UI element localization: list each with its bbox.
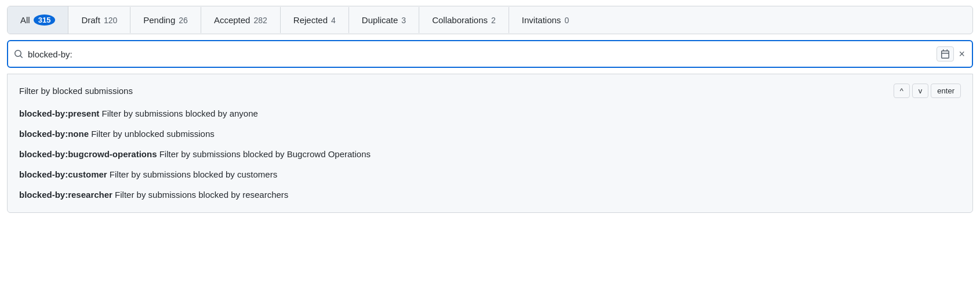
tab-invitations-count: 0 — [564, 16, 569, 25]
search-box: × — [7, 40, 973, 68]
tab-accepted-count: 282 — [253, 16, 267, 25]
tab-accepted-label: Accepted — [214, 15, 251, 25]
calendar-button[interactable] — [937, 46, 954, 61]
dropdown-item-description: Filter by unblocked submissions — [89, 129, 215, 139]
tab-draft[interactable]: Draft120 — [68, 7, 130, 33]
tab-collaborations[interactable]: Collaborations2 — [419, 7, 509, 33]
tab-accepted[interactable]: Accepted282 — [201, 7, 281, 33]
dropdown-nav-buttons: ^ v enter — [894, 84, 961, 98]
tab-pending-count: 26 — [179, 16, 188, 25]
dropdown-item[interactable]: blocked-by:none Filter by unblocked subm… — [19, 128, 961, 140]
dropdown-item-description: Filter by submissions blocked by anyone — [99, 108, 257, 118]
tab-bar: All315Draft120Pending26Accepted282Reject… — [7, 6, 973, 34]
nav-down-button[interactable]: v — [912, 84, 929, 98]
dropdown-item-keyword: blocked-by:customer — [19, 169, 107, 179]
search-container: × — [7, 40, 973, 68]
dropdown-title: Filter by blocked submissions — [19, 86, 133, 96]
tab-rejected-label: Rejected — [293, 15, 328, 25]
dropdown-item-description: Filter by submissions blocked by custome… — [107, 169, 277, 179]
tab-invitations[interactable]: Invitations0 — [509, 7, 582, 33]
tab-all-count: 315 — [34, 15, 56, 26]
dropdown-item-description: Filter by submissions blocked by researc… — [112, 190, 288, 200]
search-input[interactable] — [28, 49, 937, 59]
tab-rejected[interactable]: Rejected4 — [281, 7, 349, 33]
tab-rejected-count: 4 — [331, 16, 336, 25]
clear-button[interactable]: × — [957, 48, 966, 60]
dropdown-item-keyword: blocked-by:researcher — [19, 190, 112, 200]
tab-all[interactable]: All315 — [8, 6, 68, 34]
dropdown-items: blocked-by:present Filter by submissions… — [19, 107, 961, 201]
tab-duplicate[interactable]: Duplicate3 — [349, 7, 419, 33]
dropdown-item-keyword: blocked-by:bugcrowd-operations — [19, 149, 157, 159]
tab-duplicate-count: 3 — [401, 16, 406, 25]
dropdown-header: Filter by blocked submissions ^ v enter — [19, 84, 961, 98]
tab-invitations-label: Invitations — [522, 15, 561, 25]
dropdown-item-keyword: blocked-by:none — [19, 129, 89, 139]
dropdown-item[interactable]: blocked-by:customer Filter by submission… — [19, 168, 961, 180]
dropdown-item-keyword: blocked-by:present — [19, 108, 99, 118]
tab-pending[interactable]: Pending26 — [130, 7, 201, 33]
tab-collaborations-count: 2 — [491, 16, 496, 25]
tab-draft-count: 120 — [104, 16, 117, 25]
nav-enter-button[interactable]: enter — [931, 84, 961, 98]
dropdown-item-description: Filter by submissions blocked by Bugcrow… — [157, 149, 371, 159]
dropdown-item[interactable]: blocked-by:researcher Filter by submissi… — [19, 189, 961, 201]
nav-up-button[interactable]: ^ — [894, 84, 910, 98]
filter-dropdown: Filter by blocked submissions ^ v enter … — [7, 74, 973, 213]
tab-all-label: All — [20, 15, 30, 25]
tab-pending-label: Pending — [143, 15, 175, 25]
dropdown-item[interactable]: blocked-by:bugcrowd-operations Filter by… — [19, 148, 961, 160]
tab-duplicate-label: Duplicate — [362, 15, 398, 25]
search-actions: × — [937, 46, 966, 61]
tab-draft-label: Draft — [81, 15, 100, 25]
search-icon — [14, 49, 23, 59]
dropdown-item[interactable]: blocked-by:present Filter by submissions… — [19, 107, 961, 120]
tab-collaborations-label: Collaborations — [432, 15, 488, 25]
